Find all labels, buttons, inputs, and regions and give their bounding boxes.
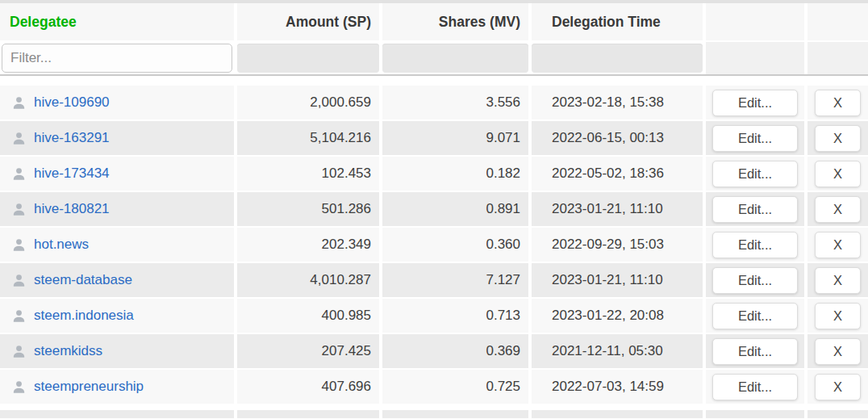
remove-cell: X [807, 263, 868, 297]
column-header-delegation-time[interactable]: Delegation Time [532, 3, 703, 40]
edit-button[interactable]: Edit... [712, 90, 798, 116]
amount-cell: 102.453 [237, 157, 379, 191]
user-icon [11, 166, 27, 182]
filter-cell-edit [706, 42, 804, 74]
delegation-time-cell: 2022-07-03, 14:59 [532, 370, 703, 404]
amount-cell: 4,010.287 [237, 263, 379, 297]
delegatee-link[interactable]: steem-database [34, 272, 132, 288]
column-header-shares[interactable]: Shares (MV) [382, 3, 528, 40]
column-header-amount[interactable]: Amount (SP) [237, 3, 379, 40]
delegatee-cell: steemkidss [0, 334, 234, 368]
shares-cell: 0.369 [382, 334, 528, 368]
remove-button[interactable]: X [815, 267, 861, 294]
user-icon [11, 202, 27, 217]
amount-cell: 501.286 [237, 192, 379, 226]
amount-filter-disabled [237, 44, 379, 73]
partial-next-row [0, 410, 868, 418]
table-row: hot.news 202.349 0.360 2022-09-29, 15:03… [0, 228, 868, 262]
delegatee-link[interactable]: hive-180821 [34, 201, 110, 217]
delegatee-cell: steempreneurship [0, 370, 234, 404]
amount-cell: 400.985 [237, 299, 379, 333]
amount-cell: 207.425 [237, 334, 379, 368]
user-icon [11, 344, 27, 359]
shares-cell: 7.127 [382, 263, 528, 297]
table-row: hive-109690 2,000.659 3.556 2023-02-18, … [0, 86, 868, 119]
shares-cell: 0.713 [382, 299, 528, 333]
delegation-time-cell: 2021-12-11, 05:30 [532, 334, 703, 368]
edit-button[interactable]: Edit... [712, 161, 798, 187]
amount-cell: 202.349 [237, 228, 379, 262]
filter-cell-shares [382, 42, 528, 74]
edit-button[interactable]: Edit... [712, 267, 798, 294]
time-filter-disabled [532, 44, 703, 73]
table-row: steemkidss 207.425 0.369 2021-12-11, 05:… [0, 334, 868, 368]
remove-button[interactable]: X [815, 196, 861, 223]
delegatee-cell: hive-180821 [0, 192, 234, 226]
amount-cell: 407.696 [237, 370, 379, 404]
delegatee-link[interactable]: hive-173434 [34, 166, 110, 182]
shares-cell: 3.556 [382, 86, 528, 119]
partial-cell [0, 410, 234, 418]
partial-cell [237, 410, 379, 418]
remove-button[interactable]: X [815, 338, 861, 365]
user-icon [11, 95, 27, 111]
shares-cell: 9.071 [382, 121, 528, 155]
remove-button[interactable]: X [815, 232, 861, 258]
column-header-delegatee[interactable]: Delegatee [0, 3, 234, 40]
remove-cell: X [807, 299, 868, 333]
delegatee-filter-input[interactable] [2, 44, 232, 73]
delegatee-cell: hive-173434 [0, 157, 234, 191]
remove-cell: X [807, 192, 868, 226]
amount-cell: 5,104.216 [237, 121, 379, 155]
delegatee-link[interactable]: steem.indonesia [34, 308, 134, 324]
edit-cell: Edit... [706, 192, 804, 226]
table-body: hive-109690 2,000.659 3.556 2023-02-18, … [0, 86, 868, 404]
delegatee-cell: steem-database [0, 263, 234, 297]
delegatee-link[interactable]: hive-163291 [34, 130, 110, 146]
table-row: hive-180821 501.286 0.891 2023-01-21, 11… [0, 192, 868, 226]
delegatee-link[interactable]: hive-109690 [34, 94, 110, 111]
edit-button[interactable]: Edit... [712, 303, 798, 329]
edit-cell: Edit... [706, 157, 804, 191]
remove-cell: X [807, 121, 868, 155]
partial-cell [532, 410, 703, 418]
delegation-time-cell: 2022-09-29, 15:03 [532, 228, 703, 262]
edit-button[interactable]: Edit... [712, 374, 798, 400]
remove-cell: X [807, 334, 868, 368]
delegatee-link[interactable]: hot.news [34, 237, 89, 253]
shares-cell: 0.182 [382, 157, 528, 191]
remove-cell: X [807, 86, 868, 119]
delegatee-cell: hive-163291 [0, 121, 234, 155]
header-body-gap [0, 76, 868, 86]
delegation-time-cell: 2023-01-21, 11:10 [532, 192, 703, 226]
edit-button[interactable]: Edit... [712, 196, 798, 223]
user-icon [11, 308, 27, 324]
edit-cell: Edit... [706, 370, 804, 404]
shares-cell: 0.891 [382, 192, 528, 226]
shares-cell: 0.725 [382, 370, 528, 404]
table-row: hive-163291 5,104.216 9.071 2022-06-15, … [0, 121, 868, 155]
filter-cell-amount [237, 42, 379, 74]
remove-button[interactable]: X [815, 303, 861, 329]
table-row: steempreneurship 407.696 0.725 2022-07-0… [0, 370, 868, 404]
delegation-time-cell: 2022-06-15, 00:13 [532, 121, 703, 155]
edit-button[interactable]: Edit... [712, 232, 798, 258]
partial-cell [382, 410, 528, 418]
filter-cell-time [532, 42, 703, 74]
remove-button[interactable]: X [815, 125, 861, 152]
edit-button[interactable]: Edit... [712, 338, 798, 365]
delegatee-link[interactable]: steempreneurship [34, 379, 144, 395]
delegatee-link[interactable]: steemkidss [34, 343, 102, 359]
partial-cell [807, 410, 868, 418]
remove-cell: X [807, 228, 868, 262]
remove-button[interactable]: X [815, 90, 861, 116]
edit-cell: Edit... [706, 86, 804, 119]
edit-button[interactable]: Edit... [712, 125, 798, 152]
remove-button[interactable]: X [815, 374, 861, 400]
remove-button[interactable]: X [815, 161, 861, 187]
remove-cell: X [807, 370, 868, 404]
user-icon [11, 273, 27, 288]
edit-cell: Edit... [706, 299, 804, 333]
delegatee-cell: hive-109690 [0, 86, 234, 119]
shares-filter-disabled [382, 44, 528, 73]
